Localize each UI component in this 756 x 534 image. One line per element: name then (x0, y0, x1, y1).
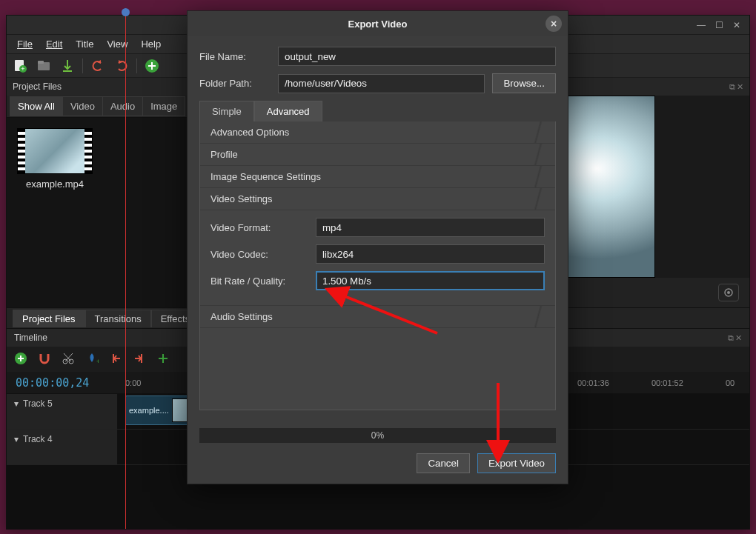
bitrate-label: Bit Rate / Quality: (210, 276, 308, 287)
menu-title-label: Title (76, 39, 93, 50)
menu-edit-label: Edit (46, 39, 62, 50)
marker-drop-icon[interactable]: + (85, 352, 99, 367)
filter-show-all[interactable]: Show All (10, 96, 63, 116)
ruler-label: 00:01:52 (651, 378, 683, 387)
tab-transitions[interactable]: Transitions (85, 310, 151, 327)
section-image-sequence[interactable]: Image Sequence Settings (200, 166, 555, 188)
track-head[interactable]: ▾ Track 4 (7, 430, 118, 464)
ruler-label: 0:00 (125, 378, 141, 387)
menu-title[interactable]: Title (70, 36, 99, 53)
tab-simple[interactable]: Simple (199, 101, 254, 121)
dialog-title: Export Video (348, 19, 408, 30)
file-name-row: File Name: (199, 47, 556, 66)
bitrate-row: Bit Rate / Quality: (210, 271, 545, 290)
menu-help[interactable]: Help (135, 36, 167, 53)
menu-file-label: File (17, 39, 33, 50)
filter-image[interactable]: Image (142, 96, 185, 116)
open-file-icon[interactable] (35, 57, 53, 75)
add-icon[interactable] (143, 57, 161, 75)
section-advanced-options[interactable]: Advanced Options (200, 121, 555, 144)
dialog-tabs: Simple Advanced (199, 101, 556, 121)
redo-icon[interactable] (113, 57, 130, 75)
panel-detach-icon[interactable]: ⧉ (729, 82, 735, 92)
timecode: 00:00:00,24 (7, 376, 118, 390)
dialog-titlebar[interactable]: Export Video × (188, 11, 568, 36)
undo-icon[interactable] (89, 57, 107, 75)
window-maximize-button[interactable]: ☐ (711, 19, 727, 32)
video-format-label: Video Format: (210, 222, 308, 233)
menu-help-label: Help (141, 39, 161, 50)
dialog-pane: Advanced Options Profile Image Sequence … (199, 121, 556, 410)
video-codec-label: Video Codec: (210, 249, 308, 260)
add-marker-icon[interactable] (14, 352, 27, 367)
ruler-label: 00:01:36 (577, 378, 609, 387)
svg-text:+: + (21, 65, 24, 73)
window-close-button[interactable]: ✕ (729, 19, 745, 32)
new-file-icon[interactable]: + (11, 57, 29, 75)
annotation-arrow (487, 379, 509, 455)
clip-name: example.... (129, 406, 169, 415)
panel-corner-icons: ⧉ ✕ (729, 82, 743, 92)
menu-file[interactable]: File (11, 36, 39, 53)
svg-point-8 (727, 291, 730, 294)
cut-icon[interactable] (62, 352, 75, 367)
tab-advanced[interactable]: Advanced (254, 101, 322, 121)
track-name: Track 4 (23, 434, 53, 444)
browse-button[interactable]: Browse... (492, 73, 556, 93)
cancel-button[interactable]: Cancel (417, 453, 470, 473)
toolbar-separator (82, 59, 83, 73)
chevron-down-icon: ▾ (14, 398, 19, 409)
project-item-name: example.mp4 (17, 178, 93, 190)
video-codec-row: Video Codec: (210, 244, 545, 264)
magnet-icon[interactable] (38, 352, 51, 367)
track-name: Track 5 (23, 398, 53, 409)
video-format-input[interactable] (316, 218, 545, 237)
jump-next-icon[interactable] (133, 352, 146, 367)
center-playhead-icon[interactable] (156, 352, 170, 367)
svg-rect-4 (38, 61, 44, 64)
file-name-label: File Name: (199, 51, 271, 62)
export-dialog: Export Video × File Name: Folder Path: B… (187, 10, 568, 484)
video-codec-input[interactable] (316, 244, 545, 264)
panel-close-icon[interactable]: ✕ (735, 333, 742, 343)
folder-row: Folder Path: Browse... (199, 73, 556, 93)
panel-close-icon[interactable]: ✕ (737, 82, 743, 92)
annotation-arrow (334, 289, 445, 343)
jump-prev-icon[interactable] (109, 352, 122, 367)
timeline-title: Timeline (14, 333, 47, 343)
project-files-title: Project Files (13, 81, 62, 92)
filter-video[interactable]: Video (62, 96, 103, 116)
file-name-input[interactable] (278, 47, 556, 66)
project-item-thumb (17, 128, 93, 174)
menu-view[interactable]: View (101, 36, 133, 53)
window-minimize-button[interactable]: — (693, 19, 709, 32)
panel-corner-icons: ⧉ ✕ (728, 333, 742, 343)
playhead[interactable] (125, 16, 126, 529)
chevron-down-icon: ▾ (14, 434, 19, 444)
project-item[interactable]: example.mp4 (17, 128, 93, 190)
filter-audio[interactable]: Audio (102, 96, 143, 116)
svg-line-13 (341, 295, 437, 333)
ruler-label: 00 (726, 378, 735, 387)
section-video-settings[interactable]: Video Settings (200, 188, 555, 210)
save-file-icon[interactable] (59, 57, 76, 75)
export-button[interactable]: Export Video (477, 453, 556, 473)
bitrate-input[interactable] (316, 271, 545, 290)
panel-detach-icon[interactable]: ⧉ (728, 333, 734, 343)
svg-text:+: + (96, 358, 99, 365)
menu-edit[interactable]: Edit (40, 36, 68, 53)
tab-project-files[interactable]: Project Files (13, 310, 85, 327)
dialog-close-button[interactable]: × (546, 16, 562, 32)
folder-path-label: Folder Path: (199, 78, 271, 89)
camera-icon[interactable] (718, 284, 739, 301)
toolbar-separator (136, 59, 137, 73)
dialog-actions: Cancel Export Video (188, 449, 568, 484)
folder-path-input[interactable] (278, 74, 485, 93)
video-format-row: Video Format: (210, 218, 545, 237)
dialog-body: File Name: Folder Path: Browse... Simple… (188, 36, 568, 416)
track-head[interactable]: ▾ Track 5 (7, 394, 118, 429)
section-profile[interactable]: Profile (200, 144, 555, 166)
